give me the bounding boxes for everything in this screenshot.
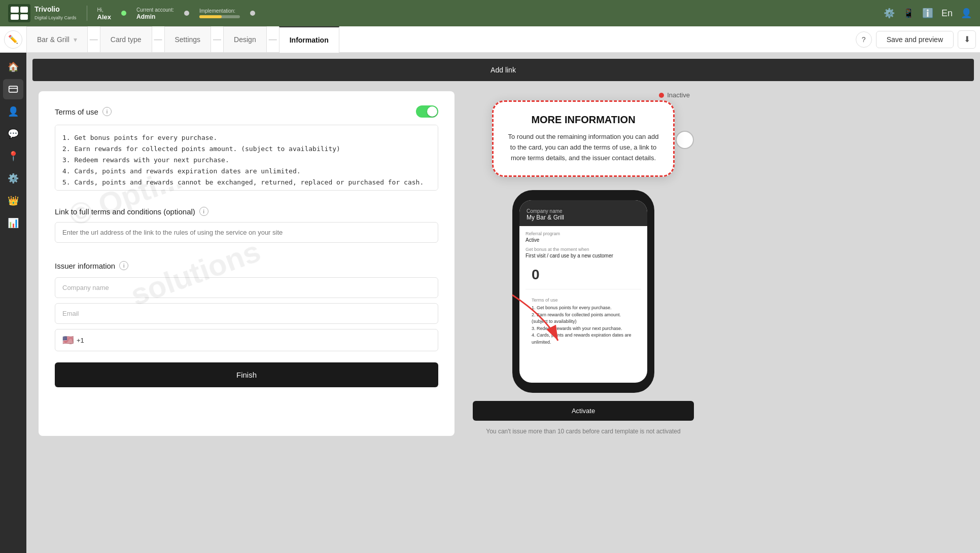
tooltip-bubble: MORE INFORMATION To round out the remain… [492,100,675,177]
top-nav-icons: ⚙️ 📱 ℹ️ En 👤 [884,8,972,19]
settings-icon[interactable]: ⚙️ [884,8,895,19]
mobile-icon[interactable]: 📱 [903,8,914,19]
flag-icon: 🇺🇸 [62,335,74,346]
issuer-section: Issuer information i 🇺🇸 +1 [55,261,438,351]
account-info: Current account: Admin [136,6,174,20]
finish-button[interactable]: Finish [55,362,438,387]
step-nav: ✏️ Bar & Grill ▾ — Card type — Settings … [0,26,980,53]
phone-header: Company name My Bar & Grill [519,200,647,226]
sidebar-item-users[interactable]: 👤 [3,101,23,122]
link-input[interactable] [55,222,438,243]
company-label: Company name [527,208,640,214]
sidebar-item-cards[interactable] [3,79,23,99]
sep-3: — [211,35,223,44]
form-panel: Terms of use i 1. Get bonus points for e… [39,91,454,436]
sidebar-item-locations[interactable]: 📍 [3,146,23,166]
tab-settings[interactable]: Settings [164,26,212,53]
save-preview-button[interactable]: Save and preview [876,31,954,48]
impl-bar [199,15,240,18]
add-link-bar[interactable]: Add link [32,59,974,81]
inactive-dot [659,93,664,98]
terms-info-icon[interactable]: i [102,107,112,116]
sidebar: 🏠 👤 💬 📍 ⚙️ 👑 📊 [0,53,26,553]
business-name-step[interactable]: Bar & Grill ▾ [26,26,88,53]
help-button[interactable]: ? [856,31,872,48]
tab-design[interactable]: Design [223,26,267,53]
right-panel: Inactive MORE INFORMATION To round out t… [467,85,700,442]
inactive-label: Inactive [667,91,690,99]
avatar-icon[interactable]: 👤 [961,8,972,19]
svg-rect-0 [9,86,18,92]
logo: Trivolio Digital Loyalty Cards [8,4,77,22]
email-input[interactable] [55,303,438,324]
language-icon[interactable]: En [941,8,953,19]
activate-button[interactable]: Activate [473,401,694,421]
download-button[interactable]: ⬇ [958,30,976,49]
circle-indicator [676,131,694,149]
issuer-title: Issuer information i [55,261,438,270]
top-bar: Trivolio Digital Loyalty Cards Hi, Alex … [0,0,980,26]
account-status-dot [184,11,189,16]
content-wrapper: Terms of use i 1. Get bonus points for e… [26,85,980,442]
company-name-input[interactable] [55,277,438,298]
sep-4: — [267,35,279,44]
terms-toggle[interactable] [416,105,438,118]
terms-title: Terms of use i [55,107,112,116]
sidebar-item-settings[interactable]: ⚙️ [3,168,23,189]
tooltip-text: To round out the remaining information y… [508,132,659,163]
phone-code: +1 [77,337,84,344]
tooltip-title: MORE INFORMATION [508,114,659,126]
impl-bar-fill [199,15,222,18]
sep-1: — [88,35,100,44]
sidebar-item-home[interactable]: 🏠 [3,57,23,77]
phone-row[interactable]: 🇺🇸 +1 [55,329,438,351]
user-info: Hi, Alex [97,6,111,21]
tab-information[interactable]: Information [279,26,339,53]
info-icon[interactable]: ℹ️ [922,8,933,19]
link-info-icon[interactable]: i [199,207,208,216]
issuer-info-icon[interactable]: i [119,261,128,270]
phone-input[interactable] [84,337,431,344]
link-title: Link to full terms and conditions (optio… [55,207,438,216]
phone-divider [526,289,641,289]
link-section: Link to full terms and conditions (optio… [55,207,438,243]
red-arrow [507,290,568,351]
logo-icon [8,4,30,22]
bonus-field: Get bonus at the moment when First visit… [526,247,641,259]
user-status-dot [121,11,126,16]
sidebar-item-premium[interactable]: 👑 [3,191,23,211]
main-layout: 🏠 👤 💬 📍 ⚙️ 👑 📊 Add link © Opti... soluti… [0,53,980,553]
impl-status-dot [250,11,255,16]
referral-field: Referral program Active [526,231,641,243]
terms-header: Terms of use i [55,105,438,118]
sidebar-item-analytics[interactable]: 📊 [3,213,23,233]
points-count: 0 [526,263,641,285]
back-button[interactable]: ✏️ [4,30,22,49]
terms-textarea[interactable]: 1. Get bonus points for every purchase. … [55,125,438,191]
inactive-badge: Inactive [473,91,690,99]
sep-2: — [152,35,164,44]
tab-card-type[interactable]: Card type [100,26,152,53]
nav-sep-1 [87,6,87,21]
company-name-value: My Bar & Grill [527,214,640,221]
content-area: Add link © Opti... solutions Terms of us… [26,53,980,553]
implementation-info: Implementation: [199,8,240,18]
logo-text: Trivolio Digital Loyalty Cards [34,5,77,21]
cant-issue-text: You can't issue more than 10 cards befor… [473,427,694,436]
sidebar-item-messages[interactable]: 💬 [3,124,23,144]
phone-mockup-wrapper: Company name My Bar & Grill Referral pro… [473,190,694,436]
